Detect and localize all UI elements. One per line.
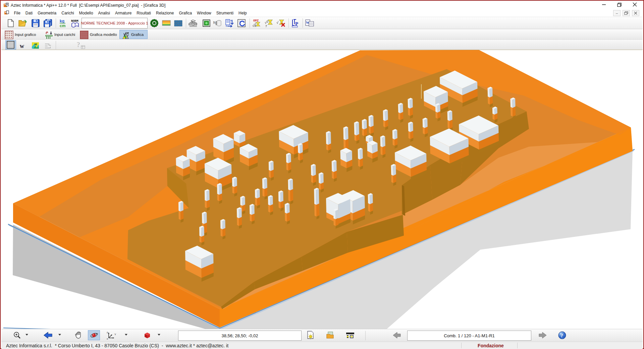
svg-text:M: M: [35, 43, 37, 46]
svg-text:√: √: [276, 20, 279, 24]
svg-text:2: 2: [255, 22, 256, 25]
svg-text:2: 2: [267, 20, 268, 23]
svg-text:?: ?: [560, 333, 563, 338]
svg-text:kg: kg: [60, 19, 64, 23]
svg-text:7: 7: [265, 24, 267, 28]
svg-text:?: ?: [77, 41, 80, 48]
svg-text:h: h: [213, 20, 215, 24]
svg-text:NORM: NORM: [71, 19, 78, 23]
svg-text:+: +: [225, 24, 227, 28]
svg-text:z: z: [107, 331, 108, 334]
svg-text:Y: Y: [114, 333, 116, 336]
svg-text:x: x: [107, 337, 108, 340]
svg-text:cm: cm: [60, 23, 65, 28]
svg-text:w: w: [20, 43, 24, 49]
